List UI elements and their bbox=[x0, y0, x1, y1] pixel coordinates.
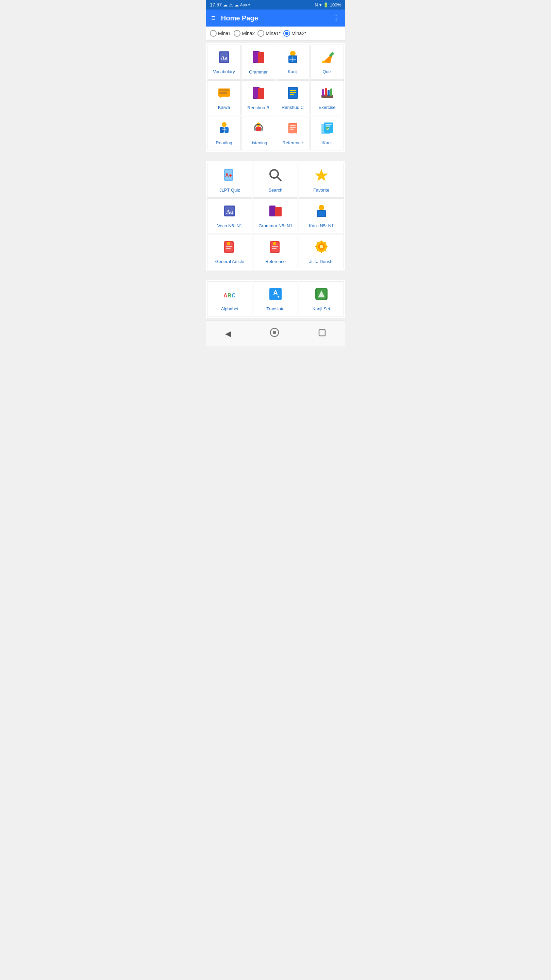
main-grid: Aa Vocabulary Grammar bbox=[207, 45, 344, 150]
svg-rect-5 bbox=[253, 52, 258, 62]
jita-doushi-icon bbox=[314, 239, 329, 256]
translate-label: Translate bbox=[266, 306, 285, 311]
svg-rect-31 bbox=[330, 89, 332, 96]
gap1 bbox=[206, 154, 345, 159]
search-label: Search bbox=[268, 188, 282, 192]
kaiwa-button[interactable]: Kaiwa bbox=[207, 80, 241, 115]
svg-text:A+: A+ bbox=[225, 172, 232, 178]
recents-button[interactable] bbox=[310, 326, 334, 341]
kanji-icon bbox=[286, 50, 300, 66]
reference-button[interactable]: Reference bbox=[276, 116, 310, 150]
renshuuc-button[interactable]: Renshuu C bbox=[276, 80, 310, 115]
renshuub-label: Renshuu B bbox=[247, 105, 269, 110]
svg-rect-33 bbox=[220, 127, 224, 133]
svg-point-14 bbox=[322, 60, 325, 63]
nfc-icon: N bbox=[314, 2, 318, 8]
reference2-button[interactable]: Reference bbox=[253, 234, 298, 269]
svg-rect-47 bbox=[326, 124, 332, 125]
jita-doushi-button[interactable]: Ji-Ta Doushi bbox=[299, 234, 344, 269]
app-bar: ≡ Home Page ⋮ bbox=[206, 10, 345, 27]
listening-button[interactable]: Listening bbox=[241, 116, 275, 150]
menu-button[interactable]: ≡ bbox=[211, 14, 216, 22]
kanji-n5n1-label: Kanji N5~N1 bbox=[309, 223, 333, 228]
alphabet-button[interactable]: A B C Alphabet bbox=[207, 282, 252, 317]
quiz-icon bbox=[320, 50, 334, 66]
svg-rect-43 bbox=[290, 127, 295, 128]
svg-point-72 bbox=[273, 242, 276, 245]
radio-mina2star[interactable]: Mina2* bbox=[283, 30, 306, 37]
general-article-button[interactable]: General Article bbox=[207, 234, 252, 269]
kanji-n5n1-button[interactable]: Kanji N5~N1 bbox=[299, 198, 344, 234]
battery-icon: 🔋 bbox=[323, 2, 329, 8]
svg-rect-29 bbox=[325, 88, 327, 96]
grammar-button[interactable]: Grammar bbox=[241, 45, 275, 80]
svg-text:Aa: Aa bbox=[227, 209, 233, 215]
tertiary-grid: A B C Alphabet A ✦ Translate bbox=[207, 282, 344, 317]
jlpt-quiz-button[interactable]: A+ JLPT Quiz bbox=[207, 163, 252, 198]
kanji-set-icon bbox=[314, 286, 329, 304]
radio-label-mina1star: Mina1* bbox=[266, 30, 281, 36]
svg-text:⚙: ⚙ bbox=[326, 127, 329, 130]
radio-circle-mina1 bbox=[210, 30, 217, 37]
svg-point-32 bbox=[222, 122, 227, 127]
ikanji-button[interactable]: ⚙ IKanji bbox=[310, 116, 344, 150]
radio-circle-mina2star bbox=[283, 30, 290, 37]
alphabet-icon: A B C bbox=[222, 286, 237, 304]
ikanji-icon: ⚙ bbox=[320, 121, 334, 137]
quiz-button[interactable]: Quiz bbox=[310, 45, 344, 80]
svg-rect-17 bbox=[219, 92, 227, 94]
svg-point-6 bbox=[290, 51, 295, 56]
radio-mina1star[interactable]: Mina1* bbox=[257, 30, 281, 37]
radio-mina1[interactable]: Mina1 bbox=[210, 30, 231, 37]
reading-button[interactable]: Reading bbox=[207, 116, 241, 150]
svg-rect-60 bbox=[269, 205, 275, 216]
favorite-button[interactable]: Favorite bbox=[299, 163, 344, 198]
listening-icon bbox=[251, 121, 266, 137]
translate-icon: A ✦ bbox=[268, 286, 283, 304]
kanji-set-button[interactable]: Kanji Set bbox=[299, 282, 344, 317]
reference2-label: Reference bbox=[265, 259, 286, 264]
grammar-icon bbox=[251, 50, 266, 67]
svg-rect-38 bbox=[254, 128, 256, 130]
vocabulary-button[interactable]: Aa Vocabulary bbox=[207, 45, 241, 80]
search-button[interactable]: Search bbox=[253, 163, 298, 198]
reference2-icon bbox=[268, 239, 283, 256]
svg-rect-28 bbox=[322, 89, 324, 96]
radio-mina2[interactable]: Mina2 bbox=[233, 30, 255, 37]
cloud-icon: ☁ bbox=[223, 2, 227, 8]
svg-rect-61 bbox=[275, 207, 282, 216]
favorite-icon bbox=[314, 168, 329, 185]
translate-button[interactable]: A ✦ Translate bbox=[253, 282, 298, 317]
kaiwa-label: Kaiwa bbox=[218, 105, 230, 110]
svg-rect-4 bbox=[257, 52, 264, 63]
svg-rect-16 bbox=[219, 89, 229, 91]
svg-text:Aa: Aa bbox=[221, 55, 227, 60]
renshuuc-label: Renshuu C bbox=[282, 105, 304, 110]
back-button[interactable]: ◀ bbox=[217, 327, 239, 341]
renshuub-button[interactable]: Renshuu B bbox=[241, 80, 275, 115]
svg-rect-26 bbox=[290, 94, 294, 95]
status-right: N ▾ 🔋 100% bbox=[314, 2, 341, 8]
radio-label-mina1: Mina1 bbox=[218, 30, 231, 36]
grammar-n5n1-button[interactable]: Grammar N5~N1 bbox=[253, 198, 298, 234]
svg-rect-30 bbox=[327, 90, 330, 96]
svg-rect-68 bbox=[226, 246, 232, 247]
quiz-label: Quiz bbox=[322, 69, 332, 74]
general-article-label: General Article bbox=[215, 259, 244, 264]
svg-text:A: A bbox=[224, 293, 227, 298]
jita-doushi-label: Ji-Ta Doushi bbox=[309, 259, 333, 264]
kanji-button[interactable]: Kanji bbox=[276, 45, 310, 80]
secondary-grid: A+ JLPT Quiz Search Favorite bbox=[207, 163, 344, 269]
home-button[interactable] bbox=[262, 325, 287, 342]
app-icon: App bbox=[240, 3, 247, 7]
svg-rect-39 bbox=[261, 128, 263, 130]
navigation-bar: ◀ bbox=[206, 321, 345, 347]
svg-rect-42 bbox=[290, 125, 295, 126]
favorite-label: Favorite bbox=[313, 188, 329, 192]
more-options-button[interactable]: ⋮ bbox=[332, 14, 340, 22]
exercise-button[interactable]: Exercise bbox=[310, 80, 344, 115]
voca-n5n1-button[interactable]: Aa Voca N5~N1 bbox=[207, 198, 252, 234]
svg-point-77 bbox=[320, 245, 323, 248]
renshuub-icon bbox=[251, 86, 266, 102]
svg-rect-69 bbox=[226, 248, 230, 249]
